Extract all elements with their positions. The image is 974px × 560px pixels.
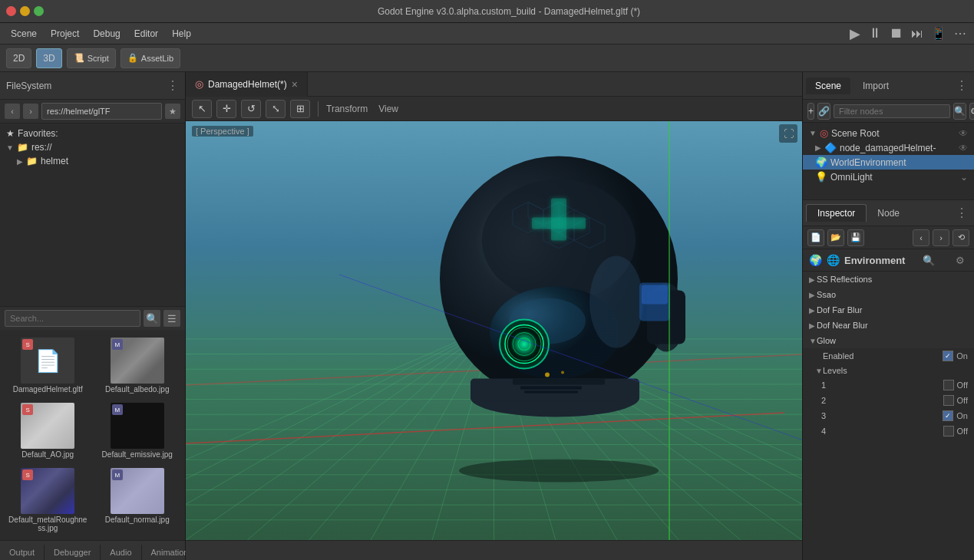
section-ss-reflections[interactable]: ▶ SS Reflections [803, 272, 974, 287]
checkbox-level3[interactable]: ✓ [943, 410, 953, 421]
back-button[interactable]: ‹ [913, 229, 929, 246]
tab-debugger[interactable]: Debugger [45, 545, 101, 560]
assetlib-button[interactable]: 🔒 AssetLib [121, 48, 180, 68]
scene-more-button[interactable]: ⋮ [956, 78, 971, 93]
close-btn[interactable] [6, 6, 16, 16]
maximize-btn[interactable] [34, 6, 44, 16]
tab-scene[interactable]: Scene [806, 77, 850, 94]
scale-mode-button[interactable]: ⤡ [266, 100, 286, 118]
tab-node[interactable]: Node [867, 205, 910, 222]
filesystem-more-button[interactable]: ⋮ [167, 78, 179, 93]
tab-damagedhelmet[interactable]: ◎ DamagedHelmet(*) × [186, 72, 308, 97]
remote-button[interactable]: 📱 [928, 26, 949, 41]
3d-viewport[interactable]: [ Perspective ] ⛶ [186, 121, 802, 540]
scene-node-root[interactable]: ▼ ◎ Scene Root 👁 [803, 126, 974, 140]
add-node-button[interactable]: + [807, 103, 814, 120]
node-search-input[interactable] [834, 104, 950, 118]
tree-item-helmet[interactable]: ▶ 📁 helmet [11, 154, 185, 168]
file-item-albedo[interactable]: M Default_albedo.jpg [94, 334, 181, 397]
checkbox-enabled[interactable]: ✓ [943, 351, 953, 361]
tab-import[interactable]: Import [853, 77, 898, 94]
svg-point-21 [589, 256, 643, 348]
toolbar-separator [318, 101, 319, 117]
section-dof-near[interactable]: ▶ Dof Near Blur [803, 318, 974, 333]
file-item-normal[interactable]: M Default_normal.jpg [94, 465, 181, 535]
menu-editor[interactable]: Editor [128, 26, 164, 41]
debug-play-button[interactable]: ⏭ [908, 27, 926, 41]
forward-button[interactable]: › [933, 229, 949, 246]
favorites-header[interactable]: ★ Favorites: [0, 127, 185, 140]
inspector-toolbar: 📄 📂 💾 ‹ › ⟲ [803, 226, 974, 249]
script-button[interactable]: 📜 Script [67, 48, 116, 68]
tab-audio[interactable]: Audio [101, 545, 141, 560]
nav-back-button[interactable]: ‹ [5, 104, 20, 119]
tree-item-res[interactable]: ▼ 📁 res:// [0, 140, 185, 154]
row-value: Off [957, 380, 968, 390]
node-label-root: Scene Root [831, 128, 956, 139]
arrow-icon: ▶ [809, 275, 817, 284]
rotate-mode-button[interactable]: ↺ [241, 100, 261, 118]
checkbox-level2[interactable] [943, 395, 954, 406]
node-eye2[interactable]: 👁 [959, 143, 968, 153]
right-panel: Scene Import ⋮ + 🔗 🔍 ⚙ ▼ ◎ Scene Root 👁 [802, 72, 974, 560]
scene-settings-button[interactable]: ⚙ [969, 103, 974, 120]
file-item-metal[interactable]: S Default_metalRoughness.jpg [5, 465, 91, 535]
scene-node-worldenv[interactable]: 🌍 WorldEnvironment [803, 155, 974, 170]
inspector-more-button[interactable]: ⋮ [956, 206, 971, 220]
checkbox-level1[interactable] [943, 380, 954, 390]
file-item-emissive[interactable]: M Default_emissive.jpg [94, 400, 181, 462]
link-button[interactable]: 🔗 [817, 103, 830, 120]
menubar: Scene Project Debug Editor Help ▶ ⏸ ⏹ ⏭ … [0, 23, 974, 44]
tab-output[interactable]: Output [0, 545, 45, 560]
nav-forward-button[interactable]: › [23, 104, 38, 119]
gltf-icon: 📄 [35, 348, 61, 374]
filesystem-files: 📄 S DamagedHelmet.gltf M Default_albedo.… [0, 330, 185, 540]
menu-debug[interactable]: Debug [87, 26, 126, 41]
group-mode-button[interactable]: ⊞ [290, 100, 310, 118]
tab-close-button[interactable]: × [292, 78, 298, 91]
play-button[interactable]: ▶ [847, 25, 863, 42]
path-input[interactable] [41, 103, 162, 120]
section-glow[interactable]: ▼ Glow [803, 333, 974, 348]
new-resource-button[interactable]: 📄 [807, 229, 824, 246]
window-title: Godot Engine v3.0.alpha.custom_build - D… [50, 6, 968, 17]
subsection-levels[interactable]: ▼ Levels [803, 364, 974, 377]
tab-inspector[interactable]: Inspector [806, 204, 867, 222]
file-item-ao[interactable]: S Default_AO.jpg [5, 400, 91, 462]
file-item-damagedhelmet[interactable]: 📄 S DamagedHelmet.gltf [5, 334, 91, 397]
scene-node-damagedhelmet[interactable]: ▶ 🔷 node_damagedHelmet- 👁 [803, 140, 974, 155]
section-dof-far[interactable]: ▶ Dof Far Blur [803, 302, 974, 318]
file-name: Default_albedo.jpg [105, 385, 169, 394]
checkbox-level4[interactable] [943, 426, 954, 436]
minimize-btn[interactable] [20, 6, 30, 16]
menu-scene[interactable]: Scene [5, 26, 43, 41]
more-options[interactable]: ⋯ [951, 26, 969, 41]
open-resource-button[interactable]: 📂 [827, 229, 844, 246]
history-button[interactable]: ⟲ [953, 229, 969, 246]
search-input[interactable] [5, 310, 140, 327]
arrow-icon: ▶ [809, 321, 817, 330]
file-name: Default_normal.jpg [105, 516, 170, 524]
select-mode-button[interactable]: ↖ [192, 100, 212, 118]
fullscreen-button[interactable]: ⛶ [779, 124, 797, 143]
list-view-button[interactable]: ☰ [163, 310, 180, 327]
scene-node-omnilight[interactable]: 💡 OmniLight ⌄ [803, 170, 974, 184]
mode-2d-button[interactable]: 2D [6, 48, 31, 68]
row-key: 2 [821, 396, 940, 405]
save-resource-button[interactable]: 💾 [847, 229, 864, 246]
bookmark-button[interactable]: ★ [165, 104, 180, 119]
node-visibility-eye[interactable]: 👁 [959, 128, 968, 139]
stop-button[interactable]: ⏹ [887, 25, 906, 41]
pause-button[interactable]: ⏸ [865, 25, 885, 41]
move-mode-button[interactable]: ✛ [216, 100, 236, 118]
node-label-worldenv: WorldEnvironment [830, 157, 968, 168]
window-controls[interactable] [6, 6, 44, 16]
section-ssao[interactable]: ▶ Ssao [803, 287, 974, 302]
menu-help[interactable]: Help [166, 26, 197, 41]
inspector-search-button[interactable]: 🔍 [921, 252, 936, 268]
search-button[interactable]: 🔍 [144, 310, 160, 327]
inspector-config-button[interactable]: ⚙ [953, 252, 968, 268]
filter-button[interactable]: 🔍 [953, 103, 966, 120]
mode-3d-button[interactable]: 3D [36, 48, 61, 68]
menu-project[interactable]: Project [45, 26, 85, 41]
